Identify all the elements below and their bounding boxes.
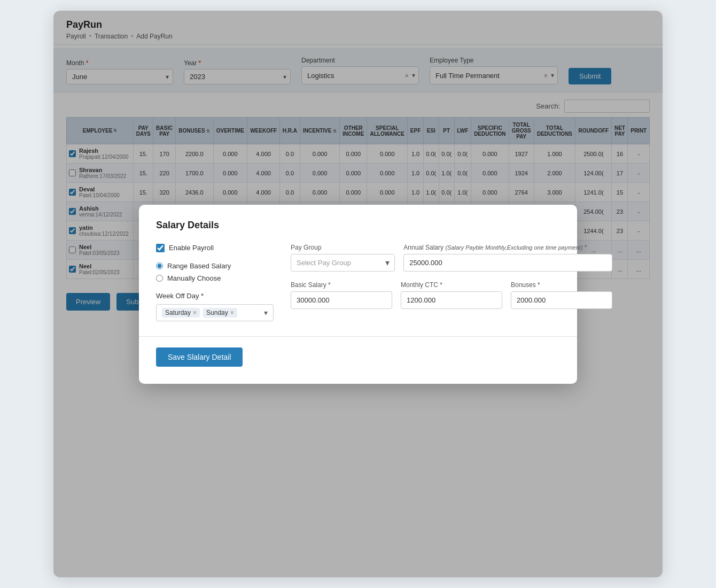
bonuses-input[interactable] bbox=[511, 291, 612, 309]
range-based-salary-radio[interactable] bbox=[156, 262, 163, 269]
pay-group-annual-row: Pay Group Select Pay Group Select Group … bbox=[291, 244, 612, 272]
week-off-section: Week Off Day * Saturday × Sunday × ▾ bbox=[156, 292, 274, 321]
enable-payroll-row: Enable Payroll bbox=[156, 244, 274, 252]
saturday-remove-icon[interactable]: × bbox=[193, 309, 197, 316]
app-window: PayRun Payroll • Transaction • Add PayRu… bbox=[53, 11, 663, 577]
pay-group-label: Pay Group bbox=[291, 244, 395, 251]
save-salary-button[interactable]: Save Slalary Detail bbox=[156, 347, 243, 367]
modal-overlay: Salary Details Enable Payroll Range Base… bbox=[53, 11, 663, 577]
saturday-chip: Saturday × bbox=[162, 308, 200, 318]
salary-details-modal: Salary Details Enable Payroll Range Base… bbox=[139, 205, 577, 384]
manually-choose-radio[interactable] bbox=[156, 275, 163, 282]
pay-group-group: Pay Group Select Pay Group Select Group … bbox=[291, 244, 395, 272]
manually-choose-option: Manually Choose bbox=[156, 274, 274, 282]
salary-type-options: Range Based Salary Manually Choose bbox=[156, 262, 274, 282]
annual-salary-label: Annual Salary (Salary Payble Monthly,Exc… bbox=[403, 244, 612, 251]
pay-group-select[interactable]: Select Pay Group Select Group Pay 5 bbox=[291, 254, 395, 272]
bonuses-group: Bonuses * bbox=[511, 281, 612, 309]
basic-salary-input[interactable] bbox=[291, 291, 392, 309]
modal-footer: Save Slalary Detail bbox=[156, 337, 560, 367]
enable-payroll-checkbox[interactable] bbox=[156, 244, 165, 252]
enable-payroll-label: Enable Payroll bbox=[169, 244, 214, 252]
monthly-ctc-group: Monthly CTC * bbox=[401, 281, 502, 309]
sunday-remove-icon[interactable]: × bbox=[230, 309, 234, 316]
annual-salary-group: Annual Salary (Salary Payble Monthly,Exc… bbox=[403, 244, 612, 272]
monthly-ctc-label: Monthly CTC * bbox=[401, 281, 502, 289]
range-based-salary-option: Range Based Salary bbox=[156, 262, 274, 270]
basic-salary-label: Basic Salary * bbox=[291, 281, 392, 289]
basic-salary-group: Basic Salary * bbox=[291, 281, 392, 309]
week-off-label: Week Off Day * bbox=[156, 292, 274, 300]
modal-title: Salary Details bbox=[156, 220, 560, 231]
bonuses-label: Bonuses * bbox=[511, 281, 612, 289]
modal-right-panel: Pay Group Select Pay Group Select Group … bbox=[291, 244, 612, 321]
sunday-chip: Sunday × bbox=[203, 308, 237, 318]
modal-body: Enable Payroll Range Based Salary Manual… bbox=[156, 244, 560, 321]
salary-details-row: Basic Salary * Monthly CTC * Bonuses * bbox=[291, 281, 612, 309]
monthly-ctc-input[interactable] bbox=[401, 291, 502, 309]
modal-left-panel: Enable Payroll Range Based Salary Manual… bbox=[156, 244, 274, 321]
manually-choose-label: Manually Choose bbox=[167, 274, 221, 282]
pay-group-select-wrap: Select Pay Group Select Group Pay 5 bbox=[291, 254, 395, 272]
week-off-chips-selector[interactable]: Saturday × Sunday × ▾ bbox=[156, 304, 274, 321]
week-off-chevron-icon[interactable]: ▾ bbox=[264, 308, 268, 317]
range-based-salary-label: Range Based Salary bbox=[167, 262, 231, 270]
annual-salary-input[interactable] bbox=[403, 254, 612, 272]
